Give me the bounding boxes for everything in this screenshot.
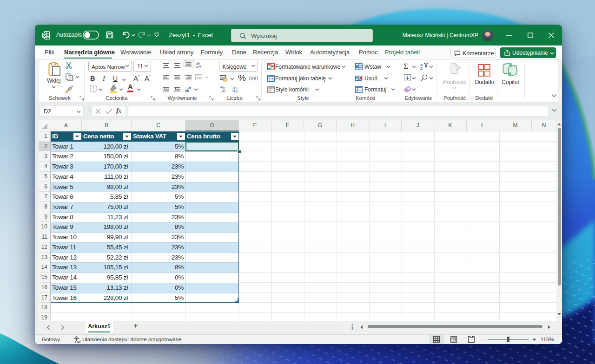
svg-text:Z: Z <box>420 66 423 70</box>
svg-text:c: c <box>196 65 198 68</box>
svg-text:,00: ,00 <box>221 90 225 93</box>
svg-text:,0: ,0 <box>235 90 238 93</box>
svg-text:0: 0 <box>223 86 225 90</box>
svg-text:ab: ab <box>196 62 200 65</box>
svg-text:,00: ,00 <box>232 86 237 90</box>
